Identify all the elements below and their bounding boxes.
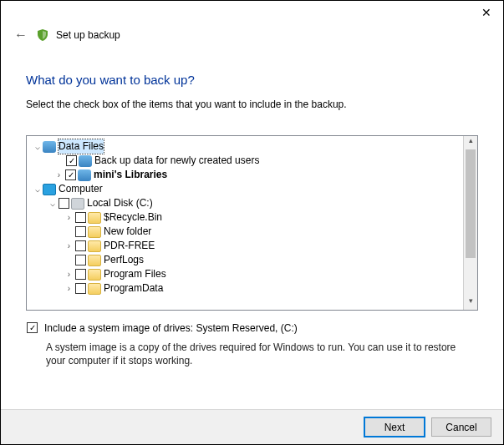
expand-icon[interactable]: › (64, 239, 74, 253)
tree-node-folder[interactable]: › PDR-FREE (30, 239, 477, 253)
checkbox[interactable] (75, 240, 86, 251)
cancel-button[interactable]: Cancel (431, 417, 491, 437)
users-icon (79, 155, 92, 167)
checkbox[interactable] (75, 283, 86, 294)
tree-node-local-disk[interactable]: ⌵ Local Disk (C:) (30, 196, 477, 210)
tree-node-mini-libraries[interactable]: › mini's Libraries (30, 168, 477, 182)
backup-items-tree: ⌵ Data Files Back up data for newly crea… (26, 135, 478, 311)
checkbox[interactable] (66, 155, 77, 166)
tree-label: PDR-FREE (104, 239, 155, 253)
back-arrow-icon[interactable]: ← (13, 28, 29, 43)
tree-node-folder[interactable]: › $Recycle.Bin (30, 210, 477, 225)
wizard-header: ← Set up backup (1, 24, 503, 44)
expand-icon[interactable]: › (53, 168, 64, 182)
tree-label: Computer (59, 182, 103, 196)
close-icon[interactable]: ✕ (475, 3, 498, 22)
tree-label: Data Files (59, 139, 104, 154)
system-image-description: A system image is a copy of the drives r… (46, 341, 475, 367)
expand-icon[interactable]: › (64, 281, 74, 296)
drive-icon (71, 198, 84, 210)
tree-node-folder[interactable]: › ProgramData (30, 281, 477, 296)
tree-label: PerfLogs (104, 253, 144, 267)
tree-node-data-files[interactable]: ⌵ Data Files (30, 139, 477, 154)
tree-label: $Recycle.Bin (104, 210, 162, 225)
folder-icon (88, 212, 101, 224)
tree-label: ProgramData (104, 281, 163, 296)
tree-label: mini's Libraries (94, 168, 167, 182)
folder-icon (88, 283, 101, 295)
users-icon (78, 169, 91, 181)
page-heading: What do you want to back up? (26, 73, 478, 87)
checkbox[interactable] (59, 198, 69, 209)
tree-label: Program Files (104, 267, 166, 281)
folder-icon (88, 269, 101, 281)
system-image-checkbox[interactable] (27, 322, 38, 333)
tree-label: New folder (104, 225, 151, 239)
checkbox[interactable] (75, 269, 86, 280)
tree-node-folder[interactable]: PerfLogs (30, 253, 477, 267)
tree-scrollbar[interactable]: ▴ ▾ (463, 136, 477, 310)
tree-label: Back up data for newly created users (94, 154, 259, 168)
collapse-icon[interactable]: ⌵ (32, 139, 43, 154)
collapse-icon[interactable]: ⌵ (32, 182, 43, 196)
system-image-option[interactable]: Include a system image of drives: System… (26, 322, 478, 334)
next-button[interactable]: Next (364, 417, 425, 437)
wizard-title: Set up backup (56, 29, 120, 41)
checkbox[interactable] (75, 212, 86, 223)
computer-icon (43, 184, 56, 195)
system-image-label: Include a system image of drives: System… (44, 322, 298, 334)
wizard-footer: Next Cancel (1, 409, 503, 444)
expand-icon[interactable]: › (64, 267, 74, 281)
folder-icon (88, 240, 101, 252)
users-icon (43, 141, 56, 153)
content-area: What do you want to back up? Select the … (1, 44, 503, 367)
instruction-text: Select the check box of the items that y… (26, 99, 478, 110)
folder-icon (88, 255, 101, 266)
folder-icon (88, 226, 101, 238)
expand-icon[interactable]: › (64, 210, 74, 225)
backup-shield-icon (36, 28, 49, 42)
tree-node-computer[interactable]: ⌵ Computer (30, 182, 477, 196)
tree-node-folder[interactable]: › Program Files (30, 267, 477, 281)
checkbox[interactable] (75, 226, 86, 237)
tree-label: Local Disk (C:) (87, 196, 153, 210)
scrollbar-thumb[interactable] (466, 149, 476, 258)
title-bar: ✕ (1, 1, 503, 24)
checkbox[interactable] (75, 255, 86, 265)
checkbox[interactable] (65, 169, 76, 180)
scroll-down-icon[interactable]: ▾ (464, 296, 477, 310)
tree-node-folder[interactable]: New folder (30, 225, 477, 239)
tree-node-backup-new-users[interactable]: Back up data for newly created users (30, 154, 477, 168)
collapse-icon[interactable]: ⌵ (47, 196, 58, 210)
scroll-up-icon[interactable]: ▴ (464, 136, 477, 149)
